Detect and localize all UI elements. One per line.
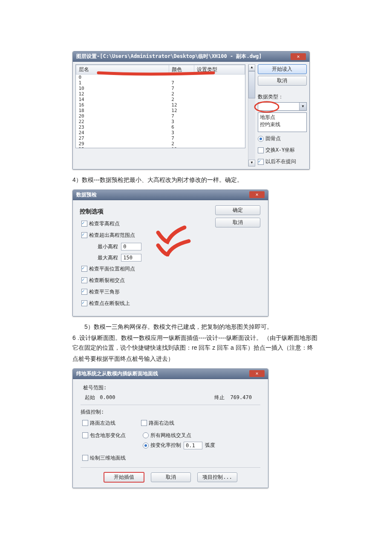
table-row[interactable]: 207 [76, 113, 245, 119]
cell-layer-name: 23 [76, 124, 169, 130]
cell-layer-name: 16 [76, 102, 169, 108]
table-row[interactable]: 3512 [76, 147, 245, 148]
chk-no-ask[interactable]: 以后不在提问 [258, 158, 307, 165]
paragraph-step-4: 4）数模---数据预检把最小、大高程改为刚才修改的一样。确定。 [72, 175, 320, 185]
data-type-list[interactable]: 地形点 控约束线 [258, 112, 307, 132]
rad-grid-intersect[interactable]: 所有网格线交叉点 [143, 432, 191, 439]
radio-icon [143, 432, 149, 438]
start-station-label: 起始 [85, 394, 95, 400]
checkbox-icon [81, 277, 87, 283]
cell-color: 12 [169, 108, 194, 113]
checkbox-icon [258, 159, 264, 165]
list-item-terrain-point[interactable]: 地形点 [260, 114, 275, 120]
scroll-up-icon[interactable]: ▲ [248, 64, 255, 71]
ok-button[interactable]: 确定 [215, 205, 260, 215]
list-item-constraint-line[interactable]: 控约束线 [260, 121, 305, 128]
cancel-button[interactable]: 取消 [151, 472, 191, 482]
chk-swap-xy[interactable]: 交换X-Y坐标 [258, 147, 307, 154]
change-rate-input[interactable]: 0.1 [184, 442, 202, 449]
table-row[interactable]: 236 [76, 124, 245, 130]
col-set-type[interactable]: 设置类型 [194, 65, 245, 75]
cell-set-type [194, 147, 245, 148]
cell-color: 2 [169, 141, 194, 147]
paragraph-step-6b: 点桩号要根据平面终点桩号输入进去） [72, 354, 320, 364]
table-row[interactable]: 292 [76, 141, 245, 147]
cell-set-type [194, 135, 245, 141]
cell-set-type [194, 113, 245, 119]
cell-layer-name: 29 [76, 141, 169, 147]
cell-color: 6 [169, 124, 194, 130]
chk-out-range-label: 检查超出高程范围点 [89, 232, 135, 239]
chevron-down-icon[interactable]: ▼ [299, 103, 306, 110]
chk-break-intersect-label: 检查断裂相交点 [89, 277, 125, 284]
chk-draw-3d[interactable]: 绘制三维地面线 [81, 454, 126, 462]
table-row[interactable]: 1812 [76, 108, 245, 113]
table-row[interactable]: 107 [76, 86, 245, 91]
table-row[interactable]: 17 [76, 80, 245, 86]
chk-flat-triangle[interactable]: 检查平三角形 [81, 288, 261, 296]
close-icon[interactable]: ✕ [291, 53, 306, 60]
chk-right-edge[interactable]: 路面右边线 [141, 420, 174, 427]
chk-same-position[interactable]: 检查平面位置相同点 [81, 265, 261, 273]
chk-left-edge[interactable]: 路面左边线 [82, 420, 115, 427]
close-icon[interactable]: ✕ [249, 370, 265, 377]
chk-point-on-break[interactable]: 检查点在断裂线上 [81, 300, 261, 307]
table-row[interactable]: 142 [76, 97, 245, 102]
cell-layer-name: 1 [76, 80, 169, 86]
project-control-button[interactable]: 项目控制... [197, 472, 237, 482]
chk-same-position-label: 检查平面位置相同点 [89, 265, 135, 273]
cell-set-type [194, 108, 245, 113]
chk-terrain-change-label: 包含地形变化点 [90, 432, 126, 439]
close-icon[interactable]: ✕ [249, 191, 265, 198]
radio-bone-point[interactable]: 固骨点 [258, 135, 307, 142]
table-row[interactable]: 277 [76, 135, 245, 141]
profile-interpolate-dialog: 纬地系统之从数模内插纵断面地面线 ✕ 桩号范围: 起始 0.000 终止 769… [72, 368, 268, 488]
checkbox-icon [141, 420, 147, 426]
cell-set-type [194, 86, 245, 91]
cell-layer-name: 20 [76, 113, 169, 119]
cell-layer-name: 18 [76, 108, 169, 113]
chk-draw-3d-label: 绘制三维地面线 [90, 454, 126, 462]
chk-point-on-break-label: 检查点在断裂线上 [89, 300, 130, 307]
max-elev-input[interactable]: 150 [121, 254, 141, 262]
cell-color: 7 [169, 80, 194, 86]
chk-terrain-change[interactable]: 包含地形变化点 [82, 432, 126, 439]
col-color[interactable]: 颜色 [169, 65, 194, 75]
min-elev-row: 最小高程 0 [81, 243, 261, 250]
col-layer-name[interactable]: 层名 [76, 65, 169, 75]
chk-flat-triangle-label: 检查平三角形 [89, 288, 120, 296]
table-row[interactable]: 0 [76, 75, 245, 81]
cell-color: 2 [169, 97, 194, 102]
paragraph-step-6a: 6 .设计纵断面图。数模一数模应用一纵断面插值----设计----纵断面设计。 … [72, 333, 320, 354]
data-type-label: 数据类型： [258, 93, 307, 101]
layer-table-wrapper: 层名 颜色 设置类型 01710712214216121812207223236… [75, 64, 245, 148]
table-row[interactable]: 1612 [76, 102, 245, 108]
chk-break-intersect[interactable]: 检查断裂相交点 [81, 277, 261, 284]
start-station-value[interactable]: 0.000 [98, 394, 127, 401]
cancel-button[interactable]: 取消 [258, 76, 307, 86]
data-type-combo[interactable]: ▼ [258, 102, 307, 111]
rad-grid-intersect-label: 所有网格线交叉点 [150, 432, 191, 439]
cancel-button[interactable]: 取消 [215, 218, 260, 227]
table-row[interactable]: 223 [76, 119, 245, 124]
layer-table[interactable]: 层名 颜色 设置类型 01710712214216121812207223236… [76, 65, 245, 148]
radio-icon [258, 136, 264, 142]
rad-change-rate[interactable]: 按变化率控制 0.1 弧度 [143, 442, 215, 449]
start-read-button[interactable]: 开始读入 [258, 64, 307, 74]
cell-layer-name: 14 [76, 97, 169, 102]
start-interpolate-button[interactable]: 开始插值 [104, 472, 144, 483]
checkbox-icon [81, 300, 87, 306]
scroll-thumb[interactable] [248, 71, 255, 98]
end-station-label: 终止 [214, 394, 225, 400]
table-scrollbar[interactable]: ▲ ▼ [248, 64, 255, 167]
scroll-down-icon[interactable]: ▼ [248, 160, 255, 167]
cell-layer-name: 10 [76, 86, 169, 91]
table-row[interactable]: 243 [76, 130, 245, 135]
chk-out-range[interactable]: 检查超出高程范围点 [81, 232, 261, 239]
end-station-value[interactable]: 769.470 [230, 394, 252, 400]
min-elev-input[interactable]: 0 [121, 243, 141, 250]
cell-color: 7 [169, 86, 194, 91]
table-row[interactable]: 122 [76, 91, 245, 97]
cell-set-type [194, 141, 245, 147]
rate-unit-label: 弧度 [205, 442, 215, 449]
